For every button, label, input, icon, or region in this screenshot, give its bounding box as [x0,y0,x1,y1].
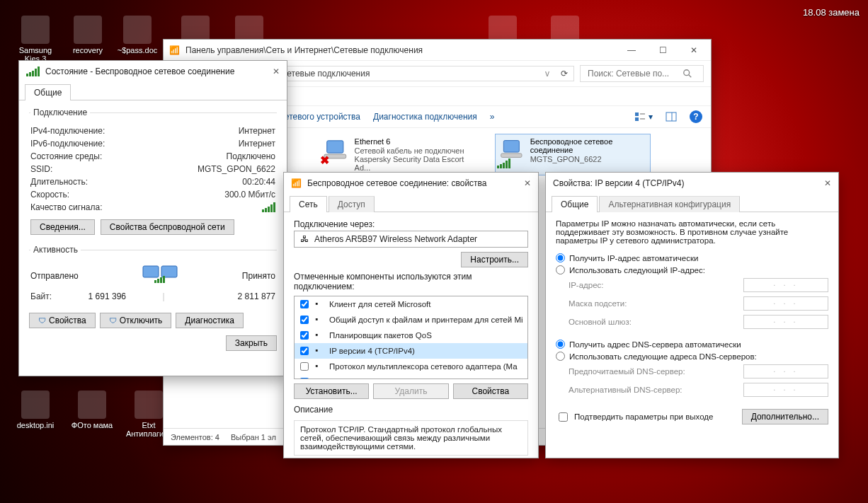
radio-manual-dns[interactable]: Использовать следующие адреса DNS-сервер… [556,350,828,362]
tab-general[interactable]: Общие [552,196,598,212]
mask-input: . . . [743,296,828,311]
intro-text: Параметры IP можно назначать автоматичес… [556,219,828,245]
component-checkbox[interactable] [300,300,309,308]
value-ipv4: Интернет [239,126,275,136]
svg-rect-14 [143,266,159,277]
protocol-icon: ▪ [315,346,325,356]
component-checkbox[interactable] [300,347,309,355]
svg-rect-12 [503,141,519,152]
component-label: Клиент для сетей Microsoft [329,300,430,308]
component-item[interactable]: ▪Общий доступ к файлам и принтерам для с… [295,312,527,328]
help-icon[interactable]: ? [690,110,702,123]
conn-sub2: Kaspersky Security Data Escort Ad... [355,155,477,172]
explorer-titlebar[interactable]: 📶 Панель управления\Сеть и Интернет\Сете… [164,40,711,61]
desktop-icon[interactable]: recovery [64,16,112,54]
file-icon [78,391,106,419]
radio-auto-dns[interactable]: Получить адрес DNS-сервера автоматически [556,338,828,350]
label-duration: Длительность: [30,177,88,187]
component-label: Протокол мультиплексора сетевого адаптер… [329,362,518,371]
desktop-icon[interactable]: ФОто мама [68,391,116,429]
connection-item-ethernet[interactable]: ✖ Ethernet 6 Сетевой кабель не подключен… [318,134,481,175]
minimize-button[interactable]: — [620,45,643,55]
tab-access[interactable]: Доступ [329,196,375,212]
tab-alt-config[interactable]: Альтернативная конфигурация [599,196,740,212]
nic-icon: 🖧 [300,234,309,244]
icon-label: ~$pass.doc [113,46,161,54]
component-label: Планировщик пакетов QoS [329,331,432,340]
properties-button[interactable]: Свойства [29,313,96,328]
tab-general[interactable]: Общие [25,84,71,100]
value-duration: 00:20:44 [242,177,275,187]
svg-rect-15 [161,266,177,277]
label-description: Описание [294,405,528,415]
component-item[interactable]: ▪Клиент для сетей Microsoft [295,296,527,312]
svg-rect-19 [163,276,165,283]
svg-rect-16 [154,280,156,283]
tool-more-icon[interactable]: » [490,112,495,122]
crumb-2[interactable]: Сетевые подключения [281,69,370,79]
adapter-name: Atheros AR5B97 Wireless Network Adapter [314,234,477,244]
label-dns1: Предпочитаемый DNS-сервер: [569,367,685,376]
view-options-icon[interactable]: ▾ [634,112,653,122]
advanced-button[interactable]: Дополнительно... [742,409,828,424]
component-checkbox[interactable] [300,378,309,379]
validate-checkbox[interactable]: Подтвердить параметры при выходе [556,410,713,424]
install-button[interactable]: Установить... [294,383,369,399]
conn-name: Ethernet 6 [355,137,477,146]
window-title: Панель управления\Сеть и Интернет\Сетевы… [185,45,615,55]
configure-button[interactable]: Настроить... [461,252,528,267]
search-box[interactable] [580,65,704,82]
protocol-icon: ▪ [315,330,325,340]
protocol-icon: ▪ [315,362,325,371]
disable-button[interactable]: Отключить [100,313,172,328]
close-button[interactable]: ✕ [683,45,705,55]
wireless-props-button[interactable]: Свойства беспроводной сети [101,219,234,235]
component-props-button[interactable]: Свойства [453,383,528,399]
label-connect-via: Подключение через: [294,219,528,229]
component-checkbox[interactable] [300,362,309,371]
refresh-icon[interactable]: ⟳ [561,69,568,79]
uninstall-button: Удалить [373,383,448,399]
connection-item-wifi[interactable]: Беспроводное сетевое соединение MGTS_GPO… [495,134,651,175]
label-gateway: Основной шлюз: [569,318,632,326]
close-dialog-button[interactable]: Закрыть [226,335,277,351]
value-bytes-sent: 1 691 396 [52,291,162,301]
tab-network[interactable]: Сеть [290,196,327,212]
group-activity: Активность [30,245,81,255]
component-list[interactable]: ▪Клиент для сетей Microsoft▪Общий доступ… [294,296,528,379]
close-button[interactable]: ✕ [824,178,831,188]
dialog-title: Состояние - Беспроводное сетевое соедине… [45,67,234,76]
signal-bars [262,202,275,212]
search-input[interactable] [586,68,678,79]
tool-diagnose[interactable]: Диагностика подключения [373,112,477,122]
adapter-icon: ✖ [321,137,349,166]
component-checkbox[interactable] [300,331,309,340]
close-button[interactable]: ✕ [524,178,531,188]
file-icon [123,16,152,44]
details-button[interactable]: Сведения... [30,219,95,235]
maximize-button[interactable]: ☐ [651,45,674,55]
folder-icon: 📶 [169,45,180,55]
value-ssid: MGTS_GPON_6622 [198,164,275,174]
component-item[interactable]: ▪IP версии 4 (TCP/IPv4) [295,343,527,359]
component-item[interactable]: ▪Протокол мультиплексора сетевого адапте… [295,359,527,374]
dialog-title: Беспроводное сетевое соединение: свойств… [307,178,487,188]
close-button[interactable]: ✕ [273,67,280,76]
label-ipv6: IPv6-подключение: [30,139,105,149]
radio-manual-ip[interactable]: Использовать следующий IP-адрес: [556,264,828,276]
signal-icon [26,67,40,76]
component-item[interactable]: ▪Планировщик пакетов QoS [295,328,527,343]
desktop-icon[interactable]: ~$pass.doc [113,16,161,54]
diagnose-button[interactable]: Диагностика [176,313,244,328]
svg-rect-6 [666,112,676,121]
radio-auto-ip[interactable]: Получить IP-адрес автоматически [556,252,828,264]
desktop-icon[interactable]: desktop.ini [11,391,59,429]
component-checkbox[interactable] [300,316,309,324]
component-item[interactable]: ▪Драйвер протокола LLDP (Майкрософт) [295,374,527,379]
file-icon [135,391,163,419]
status-selection: Выбран 1 эл [231,433,276,441]
preview-pane-icon[interactable] [666,112,677,122]
desktop-icon[interactable]: Samsung Kies 3 [11,16,59,63]
component-label: Драйвер протокола LLDP (Майкрософт) [329,378,480,379]
search-icon[interactable] [683,69,692,79]
